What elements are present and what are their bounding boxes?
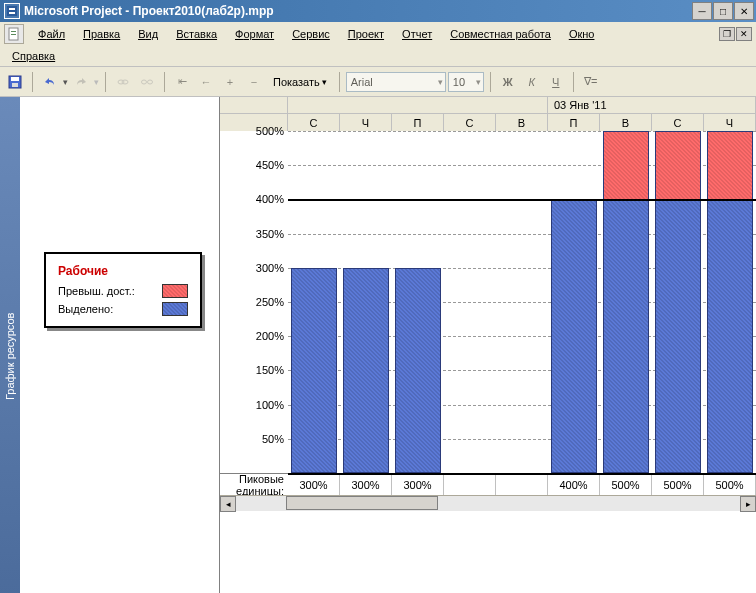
resource-bar[interactable] xyxy=(291,268,337,473)
day-header: С xyxy=(652,114,704,131)
day-header: П xyxy=(392,114,444,131)
mdi-restore-button[interactable]: ❐ xyxy=(719,27,735,41)
save-button[interactable] xyxy=(4,71,26,93)
resource-bar[interactable] xyxy=(551,199,597,473)
peak-cell: 500% xyxy=(600,474,652,495)
svg-point-12 xyxy=(148,80,153,84)
legend-row-over: Превыш. дост.: xyxy=(58,284,188,298)
nav-sub-button[interactable]: − xyxy=(243,71,265,93)
minimize-button[interactable]: ─ xyxy=(692,2,712,20)
nav-add-button[interactable]: + xyxy=(219,71,241,93)
close-button[interactable]: ✕ xyxy=(734,2,754,20)
svg-rect-0 xyxy=(7,6,17,16)
y-tick: 50% xyxy=(262,433,284,445)
menu-file[interactable]: Файл xyxy=(30,26,73,42)
peak-cell: 300% xyxy=(340,474,392,495)
redo-button[interactable] xyxy=(70,71,92,93)
menu-collab[interactable]: Совместная работа xyxy=(442,26,559,42)
y-tick: 500% xyxy=(256,125,284,137)
chart-scroll-left[interactable]: ◂ xyxy=(220,496,236,512)
italic-button[interactable]: К xyxy=(521,71,543,93)
svg-point-10 xyxy=(122,80,128,84)
day-header: С xyxy=(444,114,496,131)
svg-rect-7 xyxy=(11,77,19,81)
peak-cell: 400% xyxy=(548,474,600,495)
resource-bar[interactable] xyxy=(655,131,701,473)
svg-rect-8 xyxy=(12,83,18,87)
y-tick: 350% xyxy=(256,228,284,240)
svg-point-11 xyxy=(142,80,147,84)
svg-rect-4 xyxy=(11,31,16,32)
underline-button[interactable]: Ч xyxy=(545,71,567,93)
day-header: Ч xyxy=(340,114,392,131)
peak-cell xyxy=(444,474,496,495)
swatch-blue xyxy=(162,302,188,316)
day-header: В xyxy=(496,114,548,131)
peak-units-label: Пиковые единицы: xyxy=(220,474,288,495)
maximize-button[interactable]: □ xyxy=(713,2,733,20)
nav-prev-button[interactable]: ← xyxy=(195,71,217,93)
svg-rect-1 xyxy=(9,8,15,10)
timescale-period: 03 Янв '11 xyxy=(548,97,756,113)
menu-view[interactable]: Вид xyxy=(130,26,166,42)
fontsize-dropdown[interactable]: 10 xyxy=(448,72,484,92)
resource-bar[interactable] xyxy=(603,131,649,473)
menu-doc-icon[interactable] xyxy=(4,24,24,44)
peak-cell xyxy=(496,474,548,495)
mdi-close-button[interactable]: ✕ xyxy=(736,27,752,41)
resource-bar[interactable] xyxy=(343,268,389,473)
legend-alloc-label: Выделено: xyxy=(58,303,113,315)
view-sidebar[interactable]: График ресурсов xyxy=(0,97,20,593)
resource-bar[interactable] xyxy=(707,131,753,473)
legend-pane: Рабочие Превыш. дост.: Выделено: ◂ ▸ xyxy=(20,97,220,593)
link-button[interactable] xyxy=(112,71,134,93)
y-tick: 200% xyxy=(256,330,284,342)
peak-cell: 500% xyxy=(704,474,756,495)
menu-project[interactable]: Проект xyxy=(340,26,392,42)
peak-cell: 500% xyxy=(652,474,704,495)
peak-cell: 300% xyxy=(392,474,444,495)
unlink-button[interactable] xyxy=(136,71,158,93)
svg-rect-5 xyxy=(11,34,16,35)
svg-rect-2 xyxy=(9,12,15,14)
y-tick: 450% xyxy=(256,159,284,171)
peak-cell: 300% xyxy=(288,474,340,495)
day-header: С xyxy=(288,114,340,131)
menu-report[interactable]: Отчет xyxy=(394,26,440,42)
resource-bar[interactable] xyxy=(395,268,441,473)
titlebar: Microsoft Project - Проект2010(лаб2р).mp… xyxy=(0,0,756,22)
y-tick: 300% xyxy=(256,262,284,274)
toolbar: ▾ ▾ ⇤ ← + − Показать▾ Arial 10 Ж К Ч ∇= xyxy=(0,67,756,97)
chart-scroll-track[interactable] xyxy=(236,496,740,511)
menu-edit[interactable]: Правка xyxy=(75,26,128,42)
menu-insert[interactable]: Вставка xyxy=(168,26,225,42)
window-title: Microsoft Project - Проект2010(лаб2р).mp… xyxy=(24,4,692,18)
show-dropdown[interactable]: Показать▾ xyxy=(267,74,333,90)
day-header: В xyxy=(600,114,652,131)
menu-help[interactable]: Справка xyxy=(4,48,63,64)
chart-pane: 03 Янв '11СЧПСВПВСЧ 500%450%400%350%300%… xyxy=(220,97,756,593)
app-icon xyxy=(4,3,20,19)
nav-first-button[interactable]: ⇤ xyxy=(171,71,193,93)
undo-button[interactable] xyxy=(39,71,61,93)
legend-row-alloc: Выделено: xyxy=(58,302,188,316)
filter-button[interactable]: ∇= xyxy=(580,71,602,93)
y-tick: 400% xyxy=(256,193,284,205)
menu-window[interactable]: Окно xyxy=(561,26,603,42)
bold-button[interactable]: Ж xyxy=(497,71,519,93)
y-tick: 150% xyxy=(256,364,284,376)
swatch-red xyxy=(162,284,188,298)
y-tick: 250% xyxy=(256,296,284,308)
menubar: Файл Правка Вид Вставка Формат Сервис Пр… xyxy=(0,22,756,67)
menu-tools[interactable]: Сервис xyxy=(284,26,338,42)
day-header: П xyxy=(548,114,600,131)
day-header: Ч xyxy=(704,114,756,131)
legend-over-label: Превыш. дост.: xyxy=(58,285,135,297)
font-dropdown[interactable]: Arial xyxy=(346,72,446,92)
menu-format[interactable]: Формат xyxy=(227,26,282,42)
chart-scroll-right[interactable]: ▸ xyxy=(740,496,756,512)
y-tick: 100% xyxy=(256,399,284,411)
legend-title: Рабочие xyxy=(58,264,188,278)
legend-box: Рабочие Превыш. дост.: Выделено: xyxy=(44,252,202,328)
